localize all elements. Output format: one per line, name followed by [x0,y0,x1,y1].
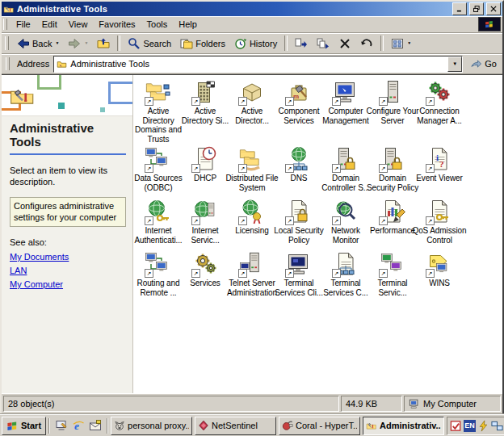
restore-icon [472,5,481,13]
menu-file[interactable]: File [10,18,36,31]
tool-item[interactable]: ↗Routing and Remote ... [135,251,182,301]
tool-item[interactable]: ↗Domain Security Policy [369,146,416,196]
shortcut-arrow-icon: ↗ [145,97,153,106]
rebar-grip[interactable] [3,19,7,30]
menu-help[interactable]: Help [173,18,203,31]
chevron-down-icon[interactable]: ▼ [55,41,59,45]
address-dropdown-button[interactable]: ▼ [447,57,462,72]
chevron-down-icon[interactable]: ▼ [84,41,88,45]
forward-icon [68,37,81,50]
rebar-grip[interactable] [5,36,9,51]
tool-item[interactable]: ↗Domain Controller S... [322,146,369,196]
toolbar-button-label: History [250,39,277,48]
domain-security-policy-icon: ↗ [380,146,405,172]
antivirus-check-icon[interactable] [450,420,462,432]
menu-view[interactable]: View [63,18,94,31]
see-also-link-lan[interactable]: LAN [2,262,132,275]
shortcut-arrow-icon: ↗ [379,216,388,225]
tool-item[interactable]: ↗Distributed File System [229,146,275,196]
my-computer-icon [409,398,420,409]
dns-icon: ↗ [286,146,312,172]
tool-item[interactable]: ↗Internet Servic... [182,199,229,249]
tool-item[interactable]: ↗Licensing [229,199,275,249]
folders-button[interactable]: Folders [176,32,229,54]
shortcut-arrow-icon: ↗ [426,97,435,106]
window-title: Administrative Tools [17,4,450,14]
network-monitor-icon: ↗ [333,199,359,224]
up-icon [97,37,110,50]
domain-controller-policy-icon: ↗ [333,146,359,172]
tool-item[interactable]: ↗Computer Management [322,79,369,144]
minimize-button[interactable] [452,2,467,15]
banner-teal-shape [58,103,65,109]
go-arrow-icon [470,58,482,70]
history-button[interactable]: History [230,32,281,54]
component-services-icon: m↗ [286,79,312,105]
language-en-indicator[interactable]: EN [464,420,476,432]
tool-item[interactable]: ↗Active Directory Si... [182,79,229,144]
taskbar-task-personal-proxy[interactable]: personal proxy... [111,417,192,435]
see-also-link-my-computer[interactable]: My Computer [2,275,132,289]
tool-item[interactable]: ↗Connection Manager A... [416,79,463,144]
tool-item[interactable]: ↗Telnet Server Administration [229,251,275,301]
tool-item[interactable]: ↗Data Sources (ODBC) [135,146,182,196]
coral-hyperterminal-icon [282,420,293,431]
tool-item[interactable]: ↗WINS [416,251,463,301]
tool-item[interactable]: ↗Performance [369,199,416,249]
start-button[interactable]: Start [2,417,46,435]
up-button[interactable] [93,32,114,54]
tool-item[interactable]: ↗QoS Admission Control [416,199,463,249]
tool-item[interactable]: ↗Active Directory Domains and Trusts [135,79,182,144]
taskbar-task-netsentinel[interactable]: NetSentinel [195,417,276,435]
shortcut-arrow-icon: ↗ [145,269,153,278]
undo-button[interactable] [356,32,377,54]
tool-item[interactable]: ↗DHCP [182,146,229,196]
internet-explorer-button[interactable]: e [71,418,86,433]
tool-item[interactable]: i?↗Event Viewer [416,146,463,196]
tweak-lightning-icon[interactable] [477,420,489,432]
shortcut-arrow-icon: ↗ [145,164,153,173]
search-button[interactable]: Search [124,32,175,54]
close-button[interactable] [486,2,501,15]
chevron-down-icon[interactable]: ▼ [407,41,411,45]
back-button[interactable]: Back▼ [13,32,63,54]
show-desktop-button[interactable] [54,418,69,433]
tool-item[interactable]: ↗DNS [275,146,322,196]
see-also-link-my-documents[interactable]: My Documents [2,248,132,262]
rebar-grip[interactable] [6,57,10,71]
taskbar-task-administrativ[interactable]: Administrativ... [363,417,444,435]
tool-item[interactable]: ↗Terminal Services Cli... [275,251,322,301]
restore-button[interactable] [469,2,484,15]
tool-item[interactable]: ↗Local Security Policy [275,199,322,249]
delete-button[interactable] [334,32,355,54]
outlook-button[interactable] [88,418,103,433]
title-bar[interactable]: Administrative Tools [2,2,502,16]
move-to-button[interactable] [291,32,312,54]
tool-item[interactable]: ↗Terminal Services C... [322,251,369,301]
taskbar-task-coral-hypert[interactable]: Coral - HyperT... [279,417,360,435]
views-button[interactable]: ▼ [387,32,415,54]
menu-bar: FileEditViewFavoritesToolsHelp [2,16,502,33]
copy-to-icon [317,37,330,50]
svg-text:e: e [74,420,79,432]
banner-green-shape [37,75,61,90]
tool-item[interactable]: ↗Services [182,251,229,301]
forward-button[interactable]: ▼ [64,32,92,54]
event-viewer-icon: i?↗ [426,146,452,172]
copy-to-button[interactable] [313,32,334,54]
shortcut-arrow-icon: ↗ [426,269,435,278]
tool-item[interactable]: ↗Active Director... [229,79,275,144]
tool-item[interactable]: m↗Component Services [275,79,322,144]
menu-favorites[interactable]: Favorites [93,18,141,31]
tool-item[interactable]: ↗Internet Authenticati... [135,199,182,249]
tool-item[interactable]: ↗Terminal Servic... [369,251,416,301]
go-button[interactable]: Go [467,58,500,70]
status-zone-label: My Computer [423,399,477,409]
address-combobox[interactable]: Administrative Tools ▼ [53,56,463,73]
icon-grid: ↗Active Directory Domains and Trusts↗Act… [133,75,502,393]
network-tray-icon[interactable] [491,420,503,432]
menu-tools[interactable]: Tools [141,18,174,31]
tool-item[interactable]: ↗Configure Your Server [369,79,416,144]
tool-item[interactable]: ↗Network Monitor [322,199,369,249]
menu-edit[interactable]: Edit [36,18,63,31]
